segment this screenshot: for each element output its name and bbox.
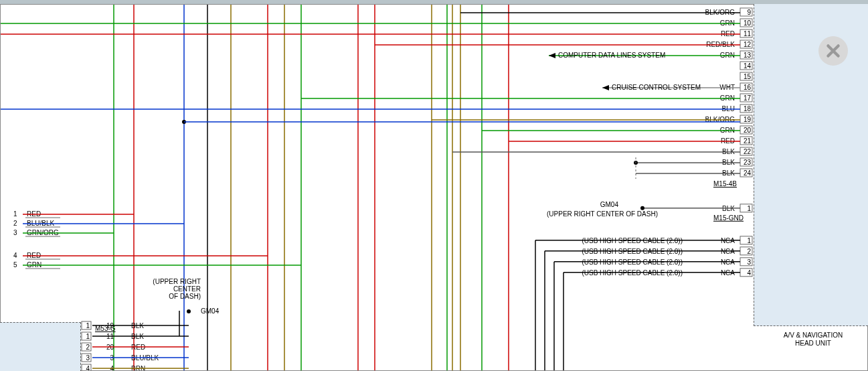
pin-number: 2: [13, 220, 17, 227]
system-arrow-label: CRUISE CONTROL SYSTEM: [612, 84, 701, 91]
pin-number: 1: [747, 205, 751, 212]
wiring-diagram-viewport[interactable]: 9BLK/ORG10AUX GNDGRN11MIC (+)RED12MEMORY…: [0, 0, 868, 371]
pin-number: 4: [13, 252, 17, 259]
right-connector-panel: [754, 4, 868, 326]
location-label: (UPPER RIGHT CENTER OF DASH): [547, 210, 658, 218]
pin-number: 18: [744, 105, 752, 113]
pin-number: 3: [13, 229, 17, 236]
pin-number: 1: [86, 333, 90, 340]
gm-label: GM04: [201, 307, 220, 315]
pin-number: 20: [744, 127, 752, 134]
pin-number: 16: [744, 84, 752, 91]
connector-id-label: M15-4B: [713, 180, 737, 188]
cable-label: (USB HIGH SPEED CABLE (2.0)): [582, 248, 683, 255]
location-label: CENTER: [173, 285, 201, 293]
pin-number: 1: [747, 237, 751, 244]
pin-number: 2: [86, 344, 90, 351]
pin-number: 3: [86, 354, 90, 362]
wiring-svg: 9BLK/ORG10AUX GNDGRN11MIC (+)RED12MEMORY…: [0, 4, 868, 371]
pin-number: 22: [744, 148, 752, 155]
ground-node-icon: [187, 309, 191, 313]
connector-title: HEAD UNIT: [795, 340, 831, 347]
close-button[interactable]: [818, 36, 848, 66]
left-connector-panel: [0, 322, 81, 371]
arrow-icon: [602, 85, 609, 90]
pin-number: 3: [747, 258, 751, 266]
pin-number: 12: [744, 41, 752, 48]
location-label: (UPPER RIGHT: [153, 278, 201, 285]
close-icon: [824, 42, 842, 60]
pin-number: 4: [747, 269, 751, 277]
location-label: OF DASH): [169, 293, 201, 300]
connector-id-label: M53-G: [95, 325, 116, 332]
cable-label: (USB HIGH SPEED CABLE (2.0)): [582, 269, 683, 277]
pin-number: 4: [86, 365, 90, 371]
pin-number: 9: [747, 9, 751, 16]
frame: [1, 5, 868, 371]
pin-number: 17: [744, 94, 752, 102]
pin-number: 15: [744, 73, 752, 80]
gm-label: GM04: [600, 201, 619, 208]
pin-number: 10: [744, 19, 752, 27]
pin-number: 13: [744, 52, 752, 59]
pin-number: 2: [747, 248, 751, 255]
pin-number: 19: [744, 116, 752, 123]
pin-number: 24: [744, 169, 752, 177]
pin-number: 21: [744, 137, 752, 145]
pin-number: 5: [13, 261, 17, 269]
arrow-icon: [549, 53, 555, 58]
pin-number: 14: [744, 62, 752, 70]
pin-number: 11: [744, 30, 752, 38]
pin-number: 1: [13, 210, 17, 218]
cable-label: (USB HIGH SPEED CABLE (2.0)): [582, 237, 683, 244]
pin-number: 1: [86, 322, 90, 329]
system-arrow-label: COMPUTER DATA LINES SYSTEM: [558, 52, 665, 59]
connector-id-label: M15-GND: [713, 214, 744, 222]
pin-number: 23: [744, 159, 752, 166]
cable-label: (USB HIGH SPEED CABLE (2.0)): [582, 258, 683, 266]
connector-title: A/V & NAVIGATION: [784, 331, 843, 339]
